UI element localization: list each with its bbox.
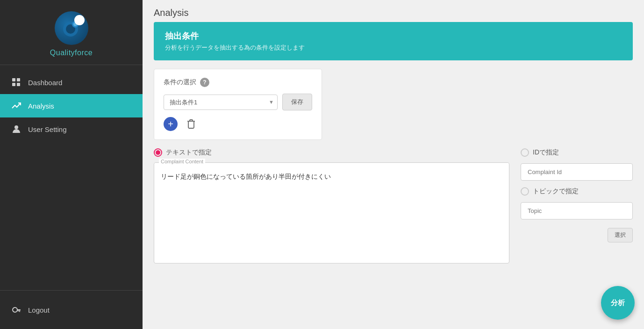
trending-up-icon xyxy=(11,101,21,111)
logo-svg xyxy=(61,18,82,38)
svg-rect-10 xyxy=(17,309,21,311)
sidebar-bottom: Logout xyxy=(0,290,143,329)
analyze-button[interactable]: 分析 xyxy=(601,286,635,320)
svg-point-8 xyxy=(14,125,18,129)
right-panel: IDで指定 トピックで指定 選択 xyxy=(521,148,633,263)
condition-card-header: 条件の選択 ? xyxy=(164,78,312,87)
logo-area: Qualityforce xyxy=(0,0,143,65)
sidebar-item-analysis-label: Analysis xyxy=(28,102,54,110)
sidebar-item-dashboard-label: Dashboard xyxy=(28,79,62,87)
help-icon[interactable]: ? xyxy=(200,78,209,87)
sidebar-item-user-setting-label: User Setting xyxy=(28,125,67,133)
id-radio-label: IDで指定 xyxy=(533,148,559,157)
id-radio-row: IDで指定 xyxy=(521,148,633,157)
add-condition-button[interactable]: + xyxy=(164,117,178,131)
svg-point-3 xyxy=(73,22,77,26)
nav-items: Dashboard Analysis User Setting xyxy=(0,65,143,290)
condition-select[interactable]: 抽出条件1 xyxy=(164,95,278,110)
text-radio-label: テキストで指定 xyxy=(166,148,212,157)
topic-radio-row: トピックで指定 xyxy=(521,187,633,196)
svg-point-9 xyxy=(13,307,17,312)
topic-radio[interactable] xyxy=(521,187,529,196)
condition-select-wrapper: 抽出条件1 ▼ xyxy=(164,95,278,110)
condition-card: 条件の選択 ? 抽出条件1 ▼ 保存 + xyxy=(154,69,322,140)
svg-rect-6 xyxy=(12,83,15,86)
id-radio[interactable] xyxy=(521,148,529,157)
left-panel: テキストで指定 Complaint Content リード足が銅色になっている箇… xyxy=(154,148,509,263)
condition-row: 抽出条件1 ▼ 保存 xyxy=(164,94,312,110)
sidebar-item-logout-label: Logout xyxy=(28,306,50,314)
topic-radio-label: トピックで指定 xyxy=(533,187,579,196)
person-icon xyxy=(11,124,21,134)
svg-rect-5 xyxy=(17,78,20,81)
logo-icon xyxy=(55,11,88,45)
main-content: Analysis 抽出条件 分析を行うデータを抽出する為の条件を設定します 条件… xyxy=(143,0,644,329)
icon-row: + xyxy=(164,117,312,131)
svg-rect-4 xyxy=(12,78,15,81)
banner-heading: 抽出条件 xyxy=(165,30,622,42)
logo-text: Qualityforce xyxy=(50,49,93,57)
sidebar-item-dashboard[interactable]: Dashboard xyxy=(0,71,143,94)
svg-rect-11 xyxy=(19,311,20,312)
sidebar-item-user-setting[interactable]: User Setting xyxy=(0,117,143,141)
text-radio-row: テキストで指定 xyxy=(154,148,509,157)
complaint-content-field: Complaint Content リード足が銅色になっている箇所があり半田が付… xyxy=(154,162,509,263)
svg-rect-12 xyxy=(18,311,19,312)
grid-icon xyxy=(11,77,21,88)
key-icon xyxy=(11,305,21,315)
complaint-textarea[interactable]: リード足が銅色になっている箇所があり半田が付きにくい xyxy=(154,163,509,261)
complaint-content-field-label: Complaint Content xyxy=(159,159,205,164)
content-area: 抽出条件 分析を行うデータを抽出する為の条件を設定します 条件の選択 ? 抽出条… xyxy=(143,22,644,275)
save-button[interactable]: 保存 xyxy=(282,94,312,110)
logo-text-black: Quality xyxy=(50,49,75,57)
svg-rect-7 xyxy=(17,83,20,86)
sidebar-item-analysis[interactable]: Analysis xyxy=(0,94,143,117)
banner-description: 分析を行うデータを抽出する為の条件を設定します xyxy=(165,44,622,52)
extraction-banner: 抽出条件 分析を行うデータを抽出する為の条件を設定します xyxy=(154,22,633,60)
topic-input[interactable] xyxy=(521,202,633,219)
logo-text-teal: force xyxy=(75,49,93,57)
condition-card-label: 条件の選択 xyxy=(164,78,196,87)
text-radio[interactable] xyxy=(154,148,162,157)
page-title: Analysis xyxy=(143,0,644,22)
delete-condition-button[interactable] xyxy=(184,117,198,131)
sidebar-item-logout[interactable]: Logout xyxy=(0,298,143,322)
sidebar: Qualityforce Dashboard Analysis xyxy=(0,0,143,329)
analysis-form: テキストで指定 Complaint Content リード足が銅色になっている箇… xyxy=(154,148,633,263)
select-button[interactable]: 選択 xyxy=(608,228,633,242)
complaint-id-input[interactable] xyxy=(521,163,633,181)
